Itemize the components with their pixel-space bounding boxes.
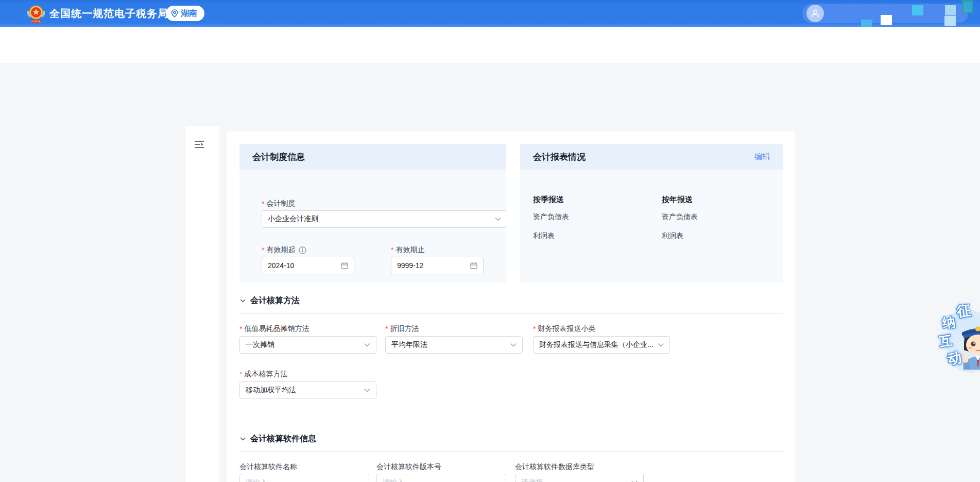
mascot-char: 动 <box>947 348 963 368</box>
valid-to-value[interactable] <box>397 261 466 270</box>
app-header: 中国税务 全国统一规范电子税务局 湖南 <box>0 0 980 27</box>
section-collapse-chevron-icon <box>240 437 246 441</box>
user-avatar[interactable] <box>806 5 824 22</box>
panel-title: 会计制度信息 <box>252 151 305 163</box>
app-title: 全国统一规范电子税务局 <box>49 7 168 21</box>
amortization-label: * 低值易耗品摊销方法 <box>239 324 309 334</box>
decor-square <box>912 5 923 15</box>
tax-bureau-emblem-logo: 中国税务 <box>26 4 46 24</box>
chevron-down-icon <box>495 217 501 221</box>
software-version-input[interactable] <box>376 474 506 482</box>
software-version-field[interactable] <box>383 478 500 482</box>
section-collapse-chevron-icon <box>240 299 246 303</box>
calendar-icon <box>341 262 348 269</box>
amortization-select[interactable]: 一次摊销 <box>239 336 376 354</box>
software-name-field[interactable] <box>246 478 363 482</box>
page-background: 会计制度信息 * 会计制度 小企业会计准则 * 有效期起 <box>0 63 980 482</box>
report-item: 资产负债表 <box>533 212 569 222</box>
accounting-system-label: * 会计制度 <box>262 199 295 208</box>
accounting-system-select[interactable]: 小企业会计准则 <box>262 210 507 228</box>
software-section-header[interactable]: 会计核算软件信息 <box>240 434 316 444</box>
required-marker: * <box>385 325 388 333</box>
section-divider <box>239 451 783 452</box>
decor-square <box>861 20 872 27</box>
report-subtype-select[interactable]: 财务报表报送与信息采集（小企业... <box>533 336 670 354</box>
collapsed-sidebar <box>185 126 219 482</box>
sidebar-divider <box>185 157 219 157</box>
mascot-char: 互 <box>938 331 953 350</box>
chevron-down-icon <box>364 388 370 392</box>
chevron-down-icon <box>510 343 517 347</box>
region-selector[interactable]: 湖南 <box>166 6 204 21</box>
required-marker: * <box>239 325 242 333</box>
report-subtype-label: * 财务报表报送小类 <box>533 324 595 334</box>
section-title: 会计核算方法 <box>250 295 300 306</box>
section-divider <box>239 313 783 314</box>
chevron-down-icon <box>364 343 370 347</box>
costing-select[interactable]: 移动加权平均法 <box>239 381 376 399</box>
decor-square <box>945 5 956 15</box>
valid-from-label: * 有效期起 <box>262 245 306 255</box>
software-db-type-select[interactable]: 请选择 <box>515 474 644 482</box>
valid-to-label: * 有效期止 <box>391 245 424 255</box>
costing-label: * 成本核算方法 <box>239 370 287 379</box>
valid-to-date-input[interactable] <box>391 257 484 274</box>
quarterly-column-header: 按季报送 <box>533 195 564 205</box>
accounting-system-panel-header: 会计制度信息 <box>239 144 506 170</box>
report-item: 利润表 <box>662 231 683 241</box>
required-marker: * <box>239 370 242 378</box>
calendar-icon <box>470 262 477 269</box>
report-status-panel: 会计报表情况 编辑 按季报送 资产负债表 利润表 按年报送 资产负债表 利润表 <box>520 144 783 283</box>
decor-square <box>944 16 956 26</box>
valid-from-date-input[interactable] <box>262 257 354 274</box>
chevron-down-icon <box>658 343 664 347</box>
required-marker: * <box>262 200 264 208</box>
methods-section-header[interactable]: 会计核算方法 <box>240 295 300 306</box>
software-version-label: 会计核算软件版本号 <box>376 462 441 472</box>
user-icon <box>810 8 820 19</box>
depreciation-select[interactable]: 平均年限法 <box>385 336 523 354</box>
required-marker: * <box>262 246 264 254</box>
svg-text:中国税务: 中国税务 <box>31 20 41 23</box>
breadcrumb-band: 返回 首页 › 财务会计制度及核算软件备案报告 <box>0 27 980 63</box>
mascot-char: 征 <box>956 301 972 321</box>
decor-qr-corner <box>962 0 973 13</box>
software-name-input[interactable] <box>239 474 369 482</box>
region-label: 湖南 <box>181 8 197 19</box>
valid-from-value[interactable] <box>268 261 337 270</box>
edit-report-button[interactable]: 编辑 <box>754 152 770 162</box>
sidebar-collapse-icon[interactable] <box>194 140 204 148</box>
required-marker: * <box>391 246 393 254</box>
panel-title: 会计报表情况 <box>533 151 586 163</box>
report-status-panel-header: 会计报表情况 编辑 <box>520 144 783 170</box>
info-icon[interactable] <box>299 246 306 254</box>
section-title: 会计核算软件信息 <box>250 434 316 444</box>
report-item: 利润表 <box>533 231 555 241</box>
content-card: 会计制度信息 * 会计制度 小企业会计准则 * 有效期起 <box>227 131 795 482</box>
accounting-system-panel: 会计制度信息 * 会计制度 小企业会计准则 * 有效期起 <box>239 144 506 283</box>
software-name-label: 会计核算软件名称 <box>239 462 297 472</box>
software-db-type-label: 会计核算软件数据库类型 <box>515 462 594 472</box>
decor-square <box>881 15 892 25</box>
required-marker: * <box>533 325 536 333</box>
tax-interaction-mascot[interactable]: 征 纳 互 动 <box>937 301 980 383</box>
location-pin-icon <box>171 9 178 18</box>
report-item: 资产负债表 <box>662 212 698 222</box>
yearly-column-header: 按年报送 <box>662 195 693 205</box>
depreciation-label: * 折旧方法 <box>385 324 419 334</box>
mascot-char: 纳 <box>941 313 956 331</box>
